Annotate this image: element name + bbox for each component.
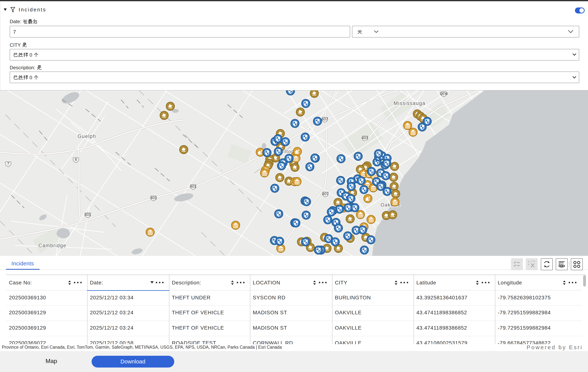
svg-text:403: 403 [362, 136, 368, 140]
svg-text:407: 407 [322, 192, 328, 196]
svg-text:QEW: QEW [440, 92, 448, 96]
svg-text:401: 401 [84, 212, 91, 217]
svg-text:7: 7 [7, 161, 9, 166]
svg-text:401: 401 [150, 196, 157, 200]
svg-text:6: 6 [75, 157, 77, 162]
svg-text:407: 407 [321, 117, 328, 121]
svg-text:Cambridge: Cambridge [38, 243, 66, 248]
svg-text:Guelph: Guelph [78, 133, 96, 139]
svg-text:Mississauga: Mississauga [394, 100, 426, 106]
svg-text:401: 401 [190, 184, 196, 188]
